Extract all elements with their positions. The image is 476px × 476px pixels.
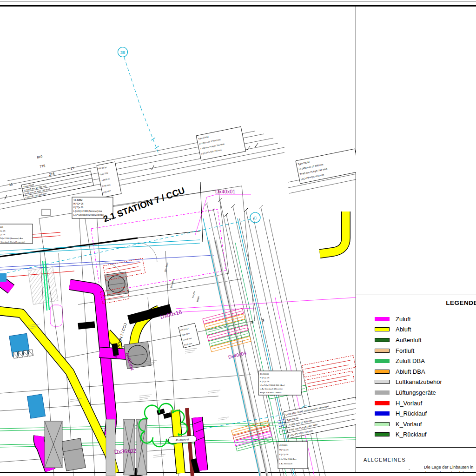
- red-annotation-box: [302, 356, 356, 377]
- heater-label-box-right: Type 20UM L>1800 mm 1P 800 mm T>80 mm 75…: [296, 149, 356, 184]
- dim-215: 215: [49, 172, 55, 176]
- dim-15a: 15: [70, 166, 74, 170]
- room-data-row: K [°C]= 26: [0, 233, 6, 236]
- legend-swatch-abluft-dba: [375, 370, 390, 374]
- room-data-row: H [°C]= 26: [260, 377, 270, 379]
- legend-item-abluft-dba: Abluft DBA: [375, 366, 476, 377]
- legend-label: K_Vorlauf: [396, 421, 422, 428]
- dim-75: 75: [261, 318, 264, 322]
- title-block-panel: LEGENDE Zuluft Abluft Außenluft Fortluft…: [356, 7, 476, 472]
- room-data-row: K [°C]= 26: [279, 453, 289, 456]
- legend-label: K_Rücklauf: [396, 431, 426, 438]
- notes-text: Die Lage der Einbauten in den Deckenspie…: [424, 464, 476, 472]
- damper: [163, 412, 172, 419]
- legend-swatch-fortluft: [375, 349, 390, 353]
- room-data-row: H [°C]= 26: [279, 449, 289, 451]
- room-data-row: L [m³/h]= 2.300/2.300 (Aus): [260, 384, 285, 386]
- floor-plan-canvas: 810 775 215 15 15 Type 20UM L>1800 mm 1P…: [0, 0, 356, 476]
- grid-bubble-38: 38: [118, 47, 159, 154]
- room-data-box-2: 5-30001 H [°C]= 26 K [°C]= 26 L [m³/h]= …: [0, 224, 33, 244]
- legend-label: Abluft DBA: [396, 368, 425, 375]
- legend-swatch-k-ruecklauf: [375, 432, 390, 436]
- heater-label-box-narrow: VB-35 (w Type 20U L>1800 m T>80 mm L/(C>…: [97, 162, 121, 198]
- legend-swatch-luftkanalzubehoer: [375, 380, 390, 384]
- heater-label-box-center: Type 20UM L>1800 mm 1P 800 mm T>80 mm 75…: [196, 126, 246, 160]
- damper: [78, 321, 95, 330]
- drawing-sheet: 810 775 215 15 15 Type 20UM L>1800 mm 1P…: [0, 0, 476, 476]
- legend-item-lueftungsgeraete: Lüftungsgeräte: [375, 387, 476, 398]
- legend-swatch-abluft: [375, 327, 390, 331]
- room-data-row: L.A= Streulauft: [279, 463, 293, 465]
- room-data-row: L [m³/h]= 2.300 (Sommer) Aus: [0, 237, 24, 239]
- dim-78: 78: [251, 320, 254, 324]
- room-data-row: 43-30001: [279, 444, 288, 446]
- notes-line-2: den Deckenspiegelplänen: [424, 470, 476, 472]
- grid-label-38: 38: [120, 50, 126, 55]
- room-data-row: L.A= Streulauft (Detail/Legende): [73, 214, 104, 216]
- legend-swatch-k-vorlauf: [375, 422, 390, 426]
- legend-swatch-lueftungsgeraete: [375, 390, 390, 395]
- room-data-row: L [m³/h]= 2.300 Aus: [279, 458, 296, 460]
- room-data-box-3: 4C-30000 H [°C]= 26 K [°C]= 26 L [m³/h]=…: [258, 371, 301, 395]
- duct-label-dx40x04: Dx40x04: [228, 350, 247, 360]
- damper: [157, 409, 165, 415]
- legend-item-fortluft: Fortluft: [375, 345, 476, 356]
- legend-swatch-zuluft-dba: [375, 359, 390, 363]
- legend-item-luftkanalzubehoer: Luftkanalzubehör: [375, 377, 476, 388]
- pipe-label-stack: [203, 308, 251, 352]
- room-data-row: K [°C]= 26: [260, 380, 270, 383]
- notes-line-1: Die Lage der Einbauten in: [424, 464, 476, 470]
- room-data-row: 4C-30000: [260, 373, 269, 375]
- pipe-label-tw: TW P2x: [192, 291, 196, 298]
- legend-label: H_Rücklauf: [396, 410, 427, 417]
- dim-810: 810: [37, 155, 43, 159]
- blue-equipment: [27, 394, 45, 418]
- legend-label: Zuluft DBA: [396, 357, 425, 364]
- room-data-box-4: 43-30001 H [°C]= 26 K [°C]= 26 L [m³/h]=…: [278, 442, 308, 469]
- room-data-row: 5-30001: [0, 226, 4, 228]
- legend-swatch-h-ruecklauf: [375, 411, 390, 416]
- duct-label-dx40x01: Dx40x01: [215, 189, 235, 194]
- pipe-label-bh: BH+BKH: [164, 262, 169, 272]
- legend-item-abluft: Abluft: [375, 324, 476, 335]
- notes-bullet: -: [409, 466, 410, 471]
- legend-item-k-vorlauf: K_Vorlauf: [375, 419, 476, 430]
- notes-heading: ALLGEMEINES: [364, 457, 406, 463]
- stadium-tag: 43-30800 01: [168, 436, 197, 443]
- legend-label: Luftkanalzubehör: [396, 378, 442, 385]
- fan-unit-2: [105, 272, 129, 296]
- room-data-row: L [m³/h]= 2.300 (Sommer) Aus: [73, 210, 102, 212]
- room-data-row: H [°C]= 26: [0, 230, 6, 232]
- room-data-row: L.A= Streulauft (B) winter: [260, 388, 283, 390]
- room-data-row: L.A= Streulauft (Detail/Legende): [0, 241, 25, 243]
- room-data-row: Frage 4-B Best. Umbau: [260, 391, 282, 394]
- duct-label-dx36x02: Dx36x02: [114, 448, 136, 455]
- legend-label: Zuluft: [396, 316, 411, 323]
- abluft-duct-right: [107, 212, 346, 357]
- legend-label: Lüftungsgeräte: [396, 389, 436, 396]
- legend-rows: Zuluft Abluft Außenluft Fortluft Zuluft …: [375, 314, 476, 440]
- dim-775: 775: [40, 164, 46, 168]
- vh-data-box: VH-10x17 Type 20U L>400 mm T>30 mm: [178, 323, 200, 348]
- room-data-row: 43-30882: [73, 199, 83, 201]
- heater-label-box-B: UV10-5B7-GEHE-Höhenanschl. abweispei Typ…: [284, 390, 356, 438]
- legend-label: H_Vorlauf: [396, 400, 422, 407]
- blue-equipment: [0, 273, 7, 282]
- red-annotation-box: [305, 371, 354, 390]
- heater-label-box-1: Type 20UM L>1800 mm 1P 800 mm T>80 mm 75…: [21, 171, 93, 200]
- legend-swatch-zuluft: [375, 317, 390, 321]
- legend-title: LEGENDE: [446, 299, 476, 306]
- legend-swatch-aussenluft: [375, 338, 390, 342]
- zuluft-rounded-outline: [50, 305, 62, 326]
- grid-label-C: C: [254, 215, 257, 220]
- legend-swatch-h-vorlauf: [375, 401, 390, 405]
- legend-item-zuluft-dba: Zuluft DBA: [375, 356, 476, 366]
- room-data-row: H [°C]= 26: [73, 203, 84, 205]
- dim-15b: 15: [9, 183, 13, 186]
- legend-item-k-ruecklauf: K_Rücklauf: [375, 430, 476, 440]
- legend-box: LEGENDE Zuluft Abluft Außenluft Fortluft…: [356, 295, 476, 448]
- legend-item-h-vorlauf: H_Vorlauf: [375, 398, 476, 409]
- pipe-label-tw: TWB4: [196, 296, 200, 302]
- legend-label: Fortluft: [396, 347, 414, 354]
- legend-label: Außenluft: [396, 337, 422, 344]
